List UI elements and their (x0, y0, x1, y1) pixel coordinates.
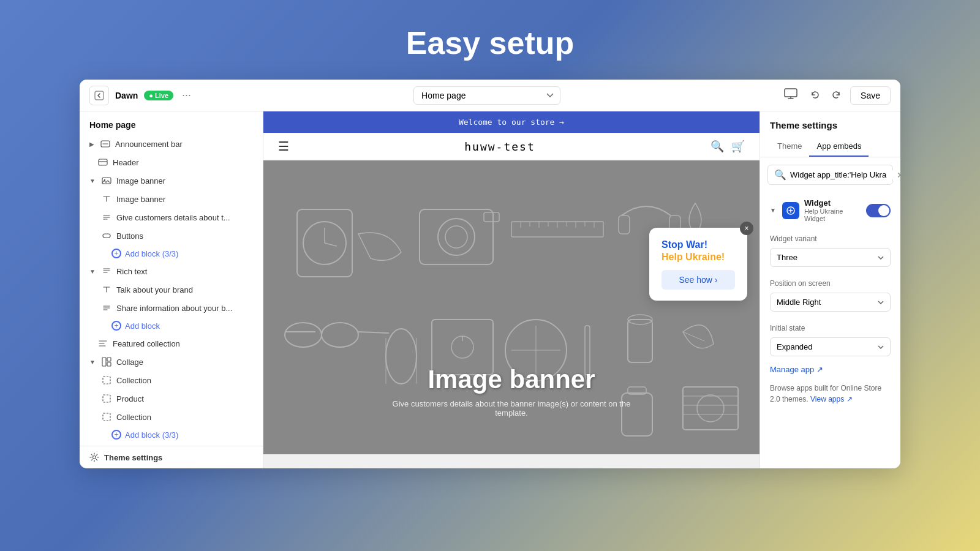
svg-rect-18 (420, 209, 493, 264)
widget-name: Widget (804, 198, 861, 208)
widget-toggle[interactable] (866, 204, 891, 217)
featured-collection-label: Featured collection (113, 339, 180, 348)
add-block-collage-label: Add block (3/3) (125, 430, 178, 440)
redo-button[interactable] (827, 86, 845, 105)
save-button[interactable]: Save (850, 86, 891, 105)
sidebar-item-buttons[interactable]: Buttons (80, 227, 263, 245)
collection-2-label: Collection (116, 413, 151, 422)
add-block-rich-text[interactable]: + Add block (80, 317, 263, 334)
sidebar-item-image-banner-child[interactable]: Image banner (80, 190, 263, 208)
svg-rect-49 (683, 387, 738, 430)
svg-rect-46 (628, 320, 652, 362)
announcement-bar-icon (100, 139, 110, 149)
list-icon-1 (102, 212, 111, 222)
editor-window: Dawn ● Live ··· Home page Save (80, 80, 900, 468)
add-block-image-banner[interactable]: + Add block (3/3) (80, 245, 263, 262)
manage-app-link[interactable]: Manage app ↗ (760, 362, 900, 377)
add-block-rich-label: Add block (125, 321, 160, 331)
svg-point-19 (438, 219, 475, 255)
header-label: Header (113, 158, 139, 167)
tab-app-embeds[interactable]: App embeds (809, 137, 869, 157)
rich-text-label: Rich text (116, 267, 148, 276)
svg-rect-4 (102, 178, 111, 184)
right-sidebar: Theme settings Theme App embeds 🔍 ✕ ▼ Wi… (760, 111, 900, 468)
svg-rect-1 (785, 89, 797, 97)
svg-line-17 (325, 243, 337, 246)
featured-collection-icon (98, 339, 108, 348)
sidebar-item-header[interactable]: Header (80, 153, 263, 171)
sidebar-item-announcement-bar[interactable]: ▶ Announcement bar (80, 135, 263, 153)
widget-app-icon (782, 202, 799, 219)
svg-rect-9 (107, 362, 111, 366)
tabs-row: Theme App embeds (760, 137, 900, 157)
product-label: Product (116, 394, 144, 403)
add-block-collage[interactable]: + Add block (3/3) (80, 426, 263, 443)
topbar-left: Dawn ● Live ··· (89, 86, 194, 105)
svg-line-48 (683, 332, 704, 341)
topbar: Dawn ● Live ··· Home page Save (80, 80, 900, 111)
chevron-right-icon: ▶ (89, 141, 94, 148)
announcement-bar-label: Announcement bar (115, 140, 183, 149)
svg-rect-10 (103, 377, 110, 384)
buttons-label: Buttons (116, 231, 143, 241)
hamburger-icon[interactable]: ☰ (278, 139, 289, 154)
search-nav-icon[interactable]: 🔍 (710, 140, 724, 153)
widget-variant-select[interactable]: Three One Two Three Four (770, 248, 891, 267)
store-nav-preview: ☰ huww-test 🔍 🛒 (263, 133, 760, 160)
position-on-screen-select[interactable]: Top Left Top Center Top Right Middle Lef… (770, 293, 891, 312)
cart-nav-icon[interactable]: 🛒 (731, 140, 745, 153)
view-apps-link[interactable]: View apps ↗ (810, 395, 852, 403)
plus-icon-3: + (111, 430, 121, 440)
widget-variant-label: Widget variant (760, 228, 900, 246)
sidebar-item-theme-settings[interactable]: Theme settings (80, 446, 263, 468)
sidebar-item-featured-collection[interactable]: Featured collection (80, 334, 263, 353)
sidebar-item-product[interactable]: Product (80, 389, 263, 408)
page-title: Easy setup (406, 0, 575, 80)
sidebar-item-give-customers[interactable]: Give customers details about t... (80, 208, 263, 227)
search-icon: 🔍 (774, 169, 786, 181)
svg-rect-8 (107, 358, 111, 361)
popup-subtitle: Help Ukraine! (662, 252, 735, 263)
image-banner-child-label: Image banner (116, 195, 165, 204)
svg-rect-11 (103, 395, 110, 402)
collage-icon (102, 357, 111, 367)
sidebar-item-collection-1[interactable]: Collection (80, 371, 263, 389)
search-row: 🔍 ✕ (767, 165, 893, 185)
image-banner-label: Image banner (116, 176, 165, 186)
banner-text-overlay: Image banner Give customers details abou… (388, 365, 636, 418)
widget-row: ▼ Widget Help Ukraine Widget (760, 192, 900, 228)
sidebar-item-talk-about[interactable]: Talk about your brand (80, 280, 263, 299)
initial-state-select[interactable]: Collapsed Expanded (770, 337, 891, 356)
tab-theme[interactable]: Theme (770, 137, 809, 157)
page-selector[interactable]: Home page (413, 86, 560, 105)
desktop-view-button[interactable] (780, 86, 801, 105)
theme-settings-label: Theme settings (104, 453, 162, 462)
share-info-label: Share information about your b... (116, 304, 232, 313)
svg-rect-21 (484, 212, 499, 222)
sidebar-item-collection-2[interactable]: Collection (80, 408, 263, 426)
collection-1-label: Collection (116, 376, 151, 385)
undo-redo-group (806, 86, 845, 105)
widget-expand-icon[interactable]: ▼ (770, 207, 776, 214)
image-banner-preview: Image banner Give customers details abou… (263, 160, 760, 454)
text-icon-2 (102, 285, 111, 294)
popup-see-how-button[interactable]: See how › (662, 270, 735, 290)
announcement-bar-preview: Welcome to our store → (263, 111, 760, 133)
more-options-button[interactable]: ··· (179, 86, 194, 104)
search-clear-button[interactable]: ✕ (897, 170, 900, 180)
sidebar-item-share-info[interactable]: Share information about your b... (80, 299, 263, 317)
sidebar-item-image-banner[interactable]: ▼ Image banner (80, 171, 263, 190)
browse-apps-text: Browse apps built for Online Store 2.0 t… (760, 377, 900, 405)
settings-icon (89, 452, 99, 462)
sidebar-item-rich-text[interactable]: ▼ Rich text (80, 262, 263, 280)
search-input[interactable] (790, 170, 893, 179)
undo-button[interactable] (806, 86, 824, 105)
left-sidebar: Home page ▶ Announcement bar Header ▼ (80, 111, 263, 468)
popup-close-button[interactable]: × (740, 222, 753, 235)
back-button[interactable] (89, 86, 109, 105)
crop-icon-3 (102, 412, 111, 422)
svg-rect-6 (103, 234, 110, 238)
sidebar-item-collage[interactable]: ▼ Collage (80, 353, 263, 371)
topbar-center: Home page (201, 86, 773, 105)
widget-info: Widget Help Ukraine Widget (804, 198, 861, 222)
